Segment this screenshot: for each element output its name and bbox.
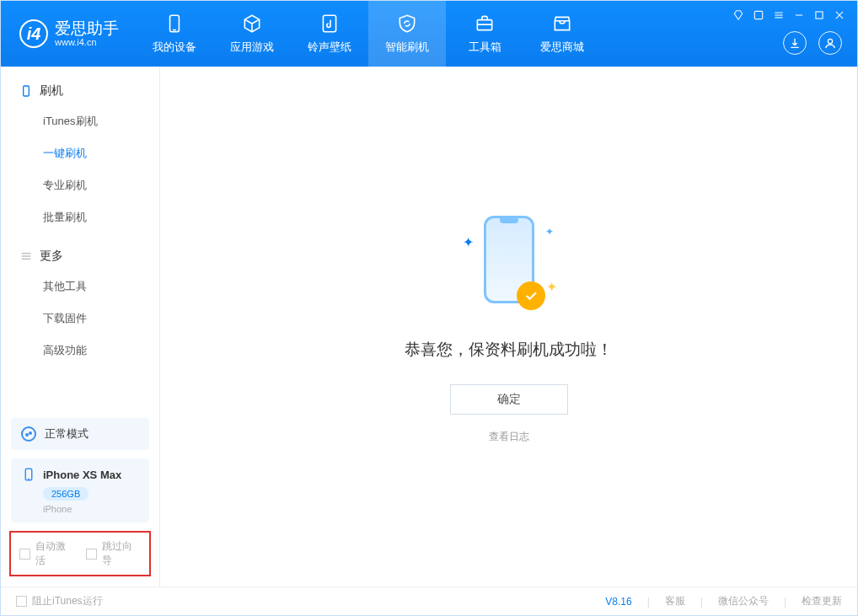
theme-icon[interactable] <box>732 9 744 21</box>
logo-icon: i4 <box>19 19 48 48</box>
device-type: iPhone <box>43 504 139 514</box>
sidebar-group-flash: 刷机 <box>1 77 159 105</box>
checkbox-block-itunes[interactable]: 阻止iTunes运行 <box>16 594 103 608</box>
sidebar-group-more: 更多 <box>1 242 159 271</box>
list-icon <box>19 249 33 263</box>
title-bar: i4 爱思助手 www.i4.cn 我的设备 应用游戏 铃声壁纸 智能刷机 工具… <box>1 1 857 67</box>
phone-icon <box>19 84 33 98</box>
nav-ringtones[interactable]: 铃声壁纸 <box>291 1 368 67</box>
footer-link-support[interactable]: 客服 <box>665 594 685 608</box>
mode-icon <box>21 426 36 442</box>
close-button[interactable] <box>834 9 845 21</box>
device-capacity: 256GB <box>43 487 88 501</box>
shield-refresh-icon <box>396 13 418 35</box>
success-message: 恭喜您，保资料刷机成功啦！ <box>405 339 613 361</box>
menu-icon[interactable] <box>773 9 785 21</box>
status-bar: 阻止iTunes运行 V8.16 | 客服 | 微信公众号 | 检查更新 <box>1 587 857 615</box>
nav-apps[interactable]: 应用游戏 <box>213 1 291 67</box>
sidebar-item-download-firmware[interactable]: 下载固件 <box>1 303 159 335</box>
sidebar-item-other-tools[interactable]: 其他工具 <box>1 271 159 303</box>
sidebar-item-onekey-flash[interactable]: 一键刷机 <box>1 137 159 169</box>
options-highlight-row: 自动激活 跳过向导 <box>9 531 151 576</box>
cube-icon <box>241 13 263 35</box>
flash-result: ✦ ✦ ✦ 恭喜您，保资料刷机成功啦！ 确定 查看日志 <box>405 209 613 444</box>
feedback-icon[interactable] <box>753 9 764 21</box>
svg-rect-4 <box>754 11 762 19</box>
svg-point-12 <box>828 39 832 43</box>
check-badge-icon <box>517 281 545 310</box>
maximize-button[interactable] <box>813 9 825 21</box>
checkbox-auto-activate[interactable]: 自动激活 <box>19 539 74 568</box>
device-icon <box>21 467 36 482</box>
footer-link-wechat[interactable]: 微信公众号 <box>718 594 769 608</box>
checkbox-skip-guide[interactable]: 跳过向导 <box>86 539 141 568</box>
device-name: iPhone XS Max <box>43 469 121 481</box>
nav-store[interactable]: 爱思商城 <box>523 1 601 67</box>
user-button[interactable] <box>818 31 842 55</box>
toolbox-icon <box>474 13 496 35</box>
sidebar-item-batch-flash[interactable]: 批量刷机 <box>1 201 159 233</box>
device-card[interactable]: iPhone XS Max 256GB iPhone <box>11 458 149 522</box>
nav-my-device[interactable]: 我的设备 <box>136 1 213 67</box>
minimize-button[interactable] <box>793 9 805 21</box>
music-file-icon <box>319 13 341 35</box>
store-icon <box>551 13 573 35</box>
sidebar-item-advanced[interactable]: 高级功能 <box>1 335 159 367</box>
svg-rect-9 <box>816 12 823 19</box>
app-logo: i4 爱思助手 www.i4.cn <box>1 19 136 48</box>
version-label: V8.16 <box>605 596 631 608</box>
device-icon <box>164 13 185 35</box>
sidebar-item-pro-flash[interactable]: 专业刷机 <box>1 169 159 201</box>
nav-flash[interactable]: 智能刷机 <box>368 1 446 67</box>
footer-link-update[interactable]: 检查更新 <box>802 594 842 608</box>
nav-toolbox[interactable]: 工具箱 <box>446 1 523 67</box>
app-url: www.i4.cn <box>55 37 119 47</box>
svg-rect-13 <box>24 86 29 96</box>
svg-rect-2 <box>323 15 335 32</box>
success-illustration: ✦ ✦ ✦ <box>446 209 572 319</box>
main-content: ✦ ✦ ✦ 恭喜您，保资料刷机成功啦！ 确定 查看日志 <box>160 67 857 587</box>
top-nav: 我的设备 应用游戏 铃声壁纸 智能刷机 工具箱 爱思商城 <box>136 1 601 67</box>
sidebar-item-itunes-flash[interactable]: iTunes刷机 <box>1 105 159 137</box>
window-controls <box>732 9 845 21</box>
sidebar: 刷机 iTunes刷机 一键刷机 专业刷机 批量刷机 更多 其他工具 下载固件 … <box>1 67 160 587</box>
header-actions <box>783 31 842 55</box>
device-mode-card[interactable]: 正常模式 <box>11 418 149 450</box>
app-name: 爱思助手 <box>55 20 119 38</box>
download-button[interactable] <box>783 31 807 55</box>
confirm-button[interactable]: 确定 <box>450 384 568 415</box>
view-log-link[interactable]: 查看日志 <box>489 430 529 444</box>
